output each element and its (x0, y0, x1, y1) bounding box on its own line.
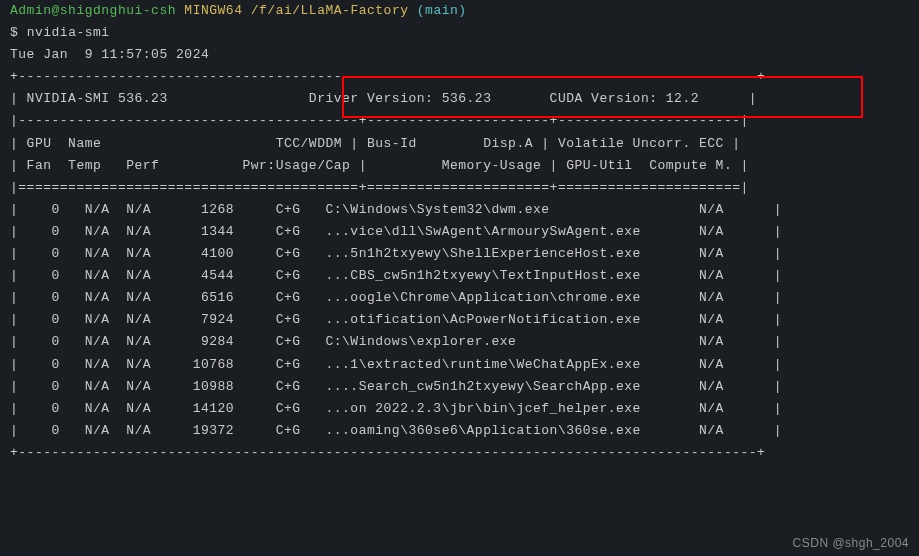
command-line: $ nvidia-smi (10, 22, 909, 44)
command-text: nvidia-smi (27, 25, 110, 40)
prompt-symbol: $ (10, 25, 18, 40)
shell-prompt-line: Admin@shigdnghui-csh MINGW64 /f/ai/LLaMA… (10, 0, 909, 22)
nvidia-smi-output: +---------------------------------------… (10, 66, 909, 464)
git-branch: (main) (417, 3, 467, 18)
shell-name: MINGW64 (184, 3, 242, 18)
terminal-window[interactable]: { "prompt": { "user_host": "Admin@shigdn… (0, 0, 919, 556)
cwd-path: /f/ai/LLaMA-Factory (251, 3, 409, 18)
watermark-text: CSDN @shgh_2004 (793, 533, 909, 553)
user-host: Admin@shigdnghui-csh (10, 3, 176, 18)
timestamp-line: Tue Jan 9 11:57:05 2024 (10, 44, 909, 66)
